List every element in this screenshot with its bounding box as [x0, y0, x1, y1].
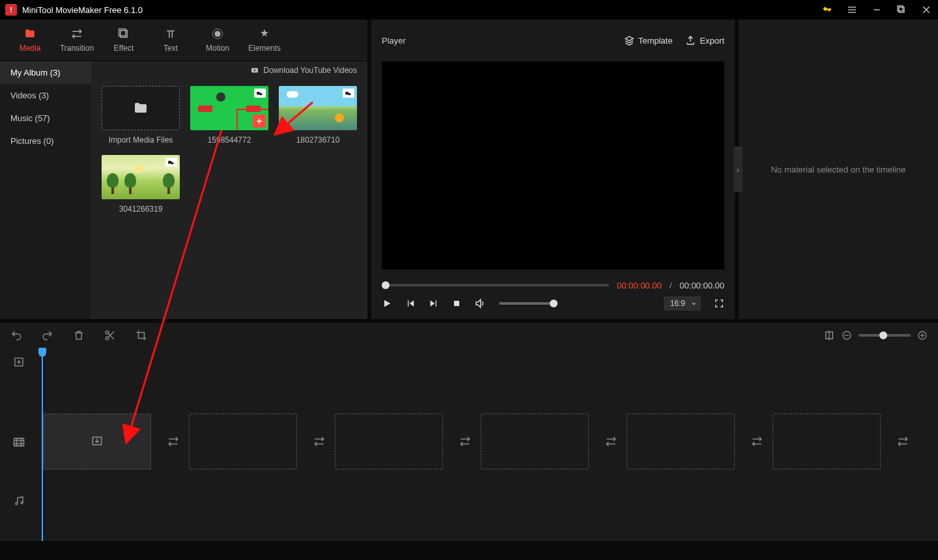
- export-button[interactable]: Export: [685, 35, 724, 46]
- download-label: Download YouTube Videos: [264, 66, 357, 75]
- sidebar-item-videos[interactable]: Videos (3): [0, 84, 91, 107]
- tab-label: Media: [20, 44, 41, 53]
- tab-label: Elements: [248, 44, 281, 53]
- video-track[interactable]: [38, 413, 938, 470]
- titlebar: ! MiniTool MovieMaker Free 6.1.0: [0, 0, 938, 20]
- transition-icon: [70, 28, 83, 40]
- media-item-3[interactable]: ■▶ 3041266319: [102, 155, 180, 214]
- maximize-icon[interactable]: [895, 3, 908, 16]
- tab-elements[interactable]: Elements: [241, 20, 288, 61]
- crop-button[interactable]: [135, 329, 147, 341]
- zoom-slider[interactable]: [859, 334, 911, 337]
- clip-slot[interactable]: [481, 413, 589, 469]
- stop-button[interactable]: [452, 299, 461, 308]
- media-label: 3041266319: [119, 204, 163, 214]
- tab-bar: Media Transition Effect Text: [0, 20, 367, 61]
- clip-slot[interactable]: [773, 413, 881, 469]
- app-logo: !: [5, 4, 17, 16]
- clip-slot[interactable]: [627, 413, 735, 469]
- prev-frame-button[interactable]: [405, 298, 416, 309]
- sidebar-item-myalbum[interactable]: My Album (3): [0, 61, 91, 84]
- layers-icon: [624, 35, 634, 46]
- timeline-toolbar: [0, 323, 938, 348]
- timeline-area: [0, 323, 938, 541]
- import-label: Import Media Files: [109, 135, 173, 145]
- effect-icon: [117, 28, 130, 40]
- video-badge-icon: ■▶: [254, 89, 266, 98]
- time-current: 00:00:00.00: [617, 281, 662, 290]
- tab-effect[interactable]: Effect: [100, 20, 147, 61]
- video-badge-icon: ■▶: [165, 158, 177, 167]
- player-video[interactable]: [382, 61, 724, 270]
- download-link[interactable]: Download YouTube Videos: [91, 61, 367, 79]
- sidebar-item-pictures[interactable]: Pictures (0): [0, 130, 91, 152]
- collapse-handle[interactable]: ›: [733, 147, 743, 192]
- tab-text[interactable]: Text: [147, 20, 194, 61]
- clip-slot[interactable]: [189, 413, 297, 469]
- volume-button[interactable]: [474, 298, 486, 309]
- folder-icon: [23, 28, 36, 40]
- minimize-icon[interactable]: [870, 3, 883, 16]
- undo-button[interactable]: [10, 329, 22, 341]
- tab-media[interactable]: Media: [7, 20, 53, 61]
- youtube-icon: [249, 66, 260, 74]
- media-item-1[interactable]: ■▶ + 1598544772: [190, 86, 268, 145]
- properties-panel: › No material selected on the timeline: [739, 20, 938, 319]
- tab-transition[interactable]: Transition: [53, 20, 100, 61]
- tab-motion[interactable]: Motion: [194, 20, 241, 61]
- media-area: Download YouTube Videos Import Media Fil…: [91, 61, 367, 319]
- key-icon[interactable]: [821, 3, 834, 16]
- player-title: Player: [382, 36, 406, 46]
- svg-point-32: [21, 502, 23, 504]
- media-item-2[interactable]: ■▶ 1802736710: [279, 86, 357, 145]
- audio-track-icon: [0, 471, 38, 530]
- text-icon: [164, 28, 177, 40]
- tab-label: Motion: [206, 44, 229, 53]
- delete-button[interactable]: [73, 329, 85, 341]
- transition-icon[interactable]: [313, 436, 325, 447]
- split-button[interactable]: [104, 329, 116, 341]
- next-frame-button[interactable]: [429, 298, 439, 309]
- clip-slot[interactable]: [43, 413, 151, 469]
- time-sep: /: [670, 281, 672, 290]
- template-button[interactable]: Template: [624, 35, 673, 46]
- zoom-out-button[interactable]: [842, 330, 852, 341]
- volume-slider[interactable]: [499, 302, 558, 305]
- transition-icon[interactable]: [751, 436, 763, 447]
- redo-button[interactable]: [42, 329, 53, 341]
- annotation-highlight: [236, 109, 268, 130]
- fullscreen-button[interactable]: [714, 298, 724, 309]
- import-media-button[interactable]: Import Media Files: [102, 86, 180, 145]
- sidebar: My Album (3) Videos (3) Music (57) Pictu…: [0, 61, 91, 319]
- play-button[interactable]: [382, 298, 392, 309]
- svg-rect-5: [898, 6, 903, 11]
- tab-label: Transition: [60, 44, 94, 53]
- sidebar-item-music[interactable]: Music (57): [0, 107, 91, 130]
- export-label: Export: [700, 36, 724, 46]
- menu-icon[interactable]: [846, 3, 859, 16]
- transition-icon[interactable]: [167, 436, 179, 447]
- transition-icon[interactable]: [897, 436, 909, 447]
- app-title: MiniTool MovieMaker Free 6.1.0: [22, 5, 143, 15]
- left-panel: Media Transition Effect Text: [0, 20, 367, 319]
- media-label: 1598544772: [208, 135, 251, 145]
- tracks-area[interactable]: [38, 348, 938, 541]
- svg-point-10: [215, 31, 221, 36]
- svg-rect-4: [899, 7, 904, 12]
- aspect-ratio-select[interactable]: 16:9: [664, 296, 701, 311]
- svg-rect-26: [14, 438, 24, 446]
- add-track-button[interactable]: [0, 348, 38, 376]
- transition-icon[interactable]: [459, 436, 471, 447]
- clip-slot[interactable]: [335, 413, 443, 469]
- transition-icon[interactable]: [605, 436, 617, 447]
- svg-point-31: [16, 503, 18, 505]
- elements-icon: [258, 28, 271, 40]
- zoom-in-button[interactable]: [917, 330, 928, 341]
- fit-button[interactable]: [823, 329, 835, 341]
- drop-icon: [91, 435, 104, 448]
- video-badge-icon: ■▶: [343, 89, 354, 98]
- tab-label: Text: [163, 44, 178, 53]
- close-icon[interactable]: [920, 3, 933, 16]
- playhead[interactable]: [42, 348, 43, 541]
- seek-slider[interactable]: [382, 284, 609, 287]
